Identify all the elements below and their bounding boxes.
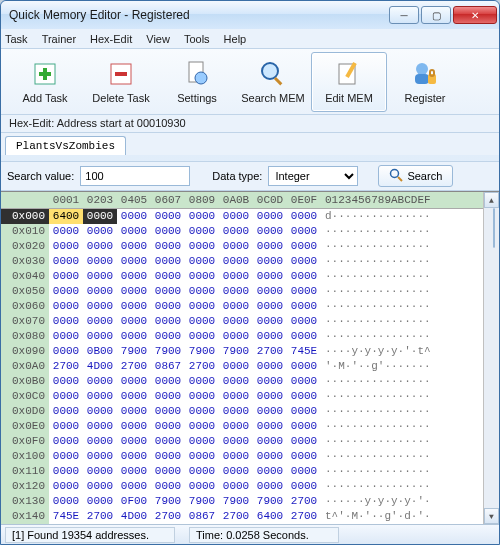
hex-word[interactable]: 0000: [117, 209, 151, 224]
hex-row[interactable]: 0x130000000000F0079007900790079002700···…: [1, 494, 483, 509]
hex-word[interactable]: 0000: [219, 299, 253, 314]
menu-view[interactable]: View: [146, 33, 170, 45]
hex-word[interactable]: 0000: [151, 434, 185, 449]
hex-word[interactable]: 0000: [219, 224, 253, 239]
hex-row[interactable]: 0x0F000000000000000000000000000000000···…: [1, 434, 483, 449]
hex-word[interactable]: 0000: [185, 449, 219, 464]
hex-word[interactable]: 2700: [83, 509, 117, 524]
hex-word[interactable]: 0000: [49, 254, 83, 269]
hex-word[interactable]: 0000: [253, 374, 287, 389]
hex-row[interactable]: 0x05000000000000000000000000000000000···…: [1, 284, 483, 299]
hex-word[interactable]: 0000: [83, 284, 117, 299]
hex-word[interactable]: 0000: [49, 329, 83, 344]
ascii-cell[interactable]: ················: [321, 329, 439, 344]
hex-word[interactable]: 4D00: [83, 359, 117, 374]
hex-row[interactable]: 0x03000000000000000000000000000000000···…: [1, 254, 483, 269]
hex-word[interactable]: 0B00: [83, 344, 117, 359]
ascii-cell[interactable]: ····y·y·y·y·'·t^: [321, 344, 439, 359]
hex-word[interactable]: 0000: [287, 239, 321, 254]
hex-word[interactable]: 0000: [83, 329, 117, 344]
delete-task-button[interactable]: Delete Task: [83, 52, 159, 112]
hex-word[interactable]: 0000: [185, 329, 219, 344]
register-button[interactable]: Register: [387, 52, 463, 112]
hex-word[interactable]: 0000: [219, 389, 253, 404]
scroll-up-button[interactable]: ▲: [484, 192, 499, 208]
hex-word[interactable]: 7900: [219, 344, 253, 359]
hex-row[interactable]: 0x11000000000000000000000000000000000···…: [1, 464, 483, 479]
hex-word[interactable]: 0000: [117, 419, 151, 434]
hex-word[interactable]: 0000: [117, 239, 151, 254]
hex-word[interactable]: 0000: [287, 299, 321, 314]
hex-word[interactable]: 0000: [185, 434, 219, 449]
ascii-cell[interactable]: ················: [321, 479, 439, 494]
hex-word[interactable]: 0000: [253, 209, 287, 224]
hex-word[interactable]: 0000: [83, 224, 117, 239]
hex-word[interactable]: 0000: [83, 239, 117, 254]
tab-process[interactable]: PlantsVsZombies: [5, 136, 126, 155]
hex-word[interactable]: 0000: [49, 314, 83, 329]
hex-word[interactable]: 0000: [117, 254, 151, 269]
hex-word[interactable]: 0000: [83, 299, 117, 314]
hex-word[interactable]: 0000: [151, 254, 185, 269]
edit-mem-button[interactable]: Edit MEM: [311, 52, 387, 112]
hex-word[interactable]: 0000: [117, 374, 151, 389]
hex-word[interactable]: 0000: [83, 389, 117, 404]
hex-word[interactable]: 0000: [253, 419, 287, 434]
hex-word[interactable]: 0000: [253, 299, 287, 314]
hex-word[interactable]: 0000: [253, 404, 287, 419]
hex-word[interactable]: 7900: [253, 494, 287, 509]
hex-row[interactable]: 0x08000000000000000000000000000000000···…: [1, 329, 483, 344]
hex-word[interactable]: 0000: [151, 419, 185, 434]
hex-word[interactable]: 0000: [287, 314, 321, 329]
hex-word[interactable]: 2700: [49, 359, 83, 374]
hex-word[interactable]: 0000: [185, 404, 219, 419]
hex-word[interactable]: 0000: [151, 209, 185, 224]
hex-word[interactable]: 0000: [185, 479, 219, 494]
ascii-cell[interactable]: '·M·'··g'·······: [321, 359, 439, 374]
vertical-scrollbar[interactable]: ▲ ▼: [483, 192, 499, 524]
hex-word[interactable]: 2700: [151, 509, 185, 524]
ascii-cell[interactable]: ······y·y·y·y·'·: [321, 494, 439, 509]
hex-word[interactable]: 0000: [219, 359, 253, 374]
hex-word[interactable]: 0000: [287, 464, 321, 479]
hex-word[interactable]: 0000: [151, 329, 185, 344]
hex-word[interactable]: 0000: [219, 314, 253, 329]
hex-word[interactable]: 0000: [117, 404, 151, 419]
hex-word[interactable]: 0000: [117, 479, 151, 494]
hex-word[interactable]: 0000: [83, 434, 117, 449]
hex-word[interactable]: 0000: [117, 224, 151, 239]
hex-word[interactable]: 6400: [49, 209, 83, 224]
hex-row[interactable]: 0x06000000000000000000000000000000000···…: [1, 299, 483, 314]
hex-word[interactable]: 0000: [49, 479, 83, 494]
hex-word[interactable]: 0000: [185, 374, 219, 389]
hex-word[interactable]: 0000: [219, 479, 253, 494]
hex-word[interactable]: 0000: [83, 464, 117, 479]
hex-word[interactable]: 0000: [219, 464, 253, 479]
hex-row[interactable]: 0x01000000000000000000000000000000000···…: [1, 224, 483, 239]
hex-word[interactable]: 0000: [287, 284, 321, 299]
hex-row[interactable]: 0x10000000000000000000000000000000000···…: [1, 449, 483, 464]
hex-word[interactable]: 0000: [253, 224, 287, 239]
hex-word[interactable]: 0000: [49, 344, 83, 359]
hex-word[interactable]: 0000: [49, 284, 83, 299]
hex-word[interactable]: 0000: [49, 269, 83, 284]
hex-word[interactable]: 745E: [287, 344, 321, 359]
menu-hexedit[interactable]: Hex-Edit: [90, 33, 132, 45]
hex-word[interactable]: 0000: [151, 404, 185, 419]
hex-word[interactable]: 0000: [253, 284, 287, 299]
hex-word[interactable]: 4D00: [117, 509, 151, 524]
scroll-down-button[interactable]: ▼: [484, 508, 499, 524]
hex-word[interactable]: 0000: [253, 464, 287, 479]
hex-row[interactable]: 0x12000000000000000000000000000000000···…: [1, 479, 483, 494]
hex-row[interactable]: 0x0C000000000000000000000000000000000···…: [1, 389, 483, 404]
hex-word[interactable]: 0000: [151, 269, 185, 284]
hex-word[interactable]: 0000: [117, 284, 151, 299]
ascii-cell[interactable]: ················: [321, 284, 439, 299]
menu-trainer[interactable]: Trainer: [42, 33, 76, 45]
ascii-cell[interactable]: ················: [321, 404, 439, 419]
hex-word[interactable]: 2700: [219, 509, 253, 524]
hex-word[interactable]: 0000: [287, 434, 321, 449]
hex-word[interactable]: 0000: [219, 269, 253, 284]
hex-word[interactable]: 0000: [117, 449, 151, 464]
hex-word[interactable]: 0000: [287, 374, 321, 389]
